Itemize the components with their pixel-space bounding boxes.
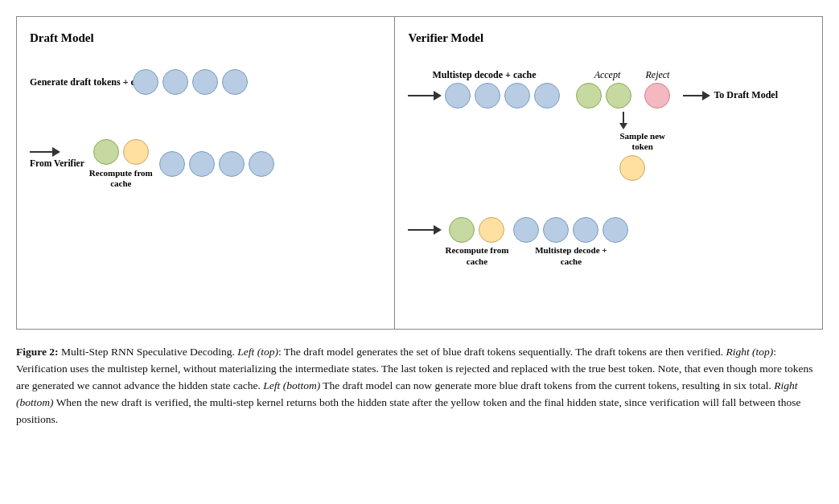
circle-rb-b3	[573, 217, 598, 243]
circle-rb-b1	[513, 217, 539, 243]
caption-text: Multi-Step RNN Speculative Decoding. Lef…	[16, 346, 813, 425]
left-top-label: Generate draft tokens + cache	[30, 76, 126, 88]
extra-blue-circles	[159, 151, 274, 177]
circle-blue-b2	[189, 151, 215, 177]
right-panel-title: Verifier Model	[408, 31, 809, 45]
right-top-main: Multistep decode + cache	[408, 69, 809, 181]
circle-rb-b4	[603, 217, 628, 243]
from-verifier-label: From Verifier	[30, 158, 84, 168]
circle-rt-1	[445, 83, 471, 109]
right-multistep-col: Multistep decode +cache	[513, 217, 628, 266]
accept-circles	[576, 83, 631, 109]
sample-new-token-label: Sample newtoken	[619, 131, 665, 152]
circle-rt-3	[504, 83, 530, 109]
recompute-label: Recompute fromcache	[89, 168, 153, 189]
circle-green-b1	[93, 139, 119, 165]
left-bottom-circles-all: Recompute fromcache	[89, 139, 274, 189]
right-recompute-circles	[449, 217, 504, 243]
circle-reject-1	[644, 83, 670, 109]
accept-reject-labels-row: Accept Reject	[576, 69, 778, 109]
circle-blue-1	[133, 69, 158, 95]
circle-rb-g1	[449, 217, 475, 243]
left-panel: Draft Model Generate draft tokens + cach…	[17, 17, 395, 329]
recompute-col: Recompute fromcache	[89, 139, 153, 189]
circle-blue-b4	[249, 151, 274, 177]
to-draft-arrow	[683, 91, 710, 100]
circle-rb-y1	[479, 217, 504, 243]
circle-accept-2	[606, 83, 631, 109]
circle-yellow-b1	[123, 139, 149, 165]
circle-blue-b1	[159, 151, 185, 177]
accept-label: Accept	[594, 69, 621, 81]
multistep-top-label: Multistep decode + cache	[432, 69, 536, 81]
bottom-arrow-in	[408, 225, 442, 235]
circle-accept-1	[576, 83, 602, 109]
to-draft-label: To Draft Model	[714, 89, 778, 101]
left-top-row: Generate draft tokens + cache	[30, 69, 381, 95]
circle-rb-b2	[543, 217, 569, 243]
left-panel-title: Draft Model	[30, 31, 381, 45]
accept-reject-area: Accept Reject	[576, 69, 778, 181]
right-multistep-label: Multistep decode +cache	[535, 245, 607, 266]
figure-caption: Figure 2: Multi-Step RNN Speculative Dec…	[16, 344, 823, 428]
circle-rt-4	[534, 83, 560, 109]
recompute-circles	[93, 139, 149, 165]
right-multistep-circles	[513, 217, 628, 243]
left-bottom-row: From Verifier Recompute fromcache	[30, 139, 381, 189]
right-panel: Verifier Model Multistep decode + cache	[395, 17, 822, 329]
reject-circles	[644, 83, 670, 109]
diagram-container: Draft Model Generate draft tokens + cach…	[16, 16, 823, 330]
circle-blue-b3	[219, 151, 245, 177]
right-recompute-col: Recompute fromcache	[445, 217, 508, 266]
right-recompute-label: Recompute fromcache	[445, 245, 508, 266]
from-verifier-col: From Verifier	[30, 147, 84, 168]
left-top-circles	[133, 69, 248, 95]
circle-sample	[619, 155, 645, 181]
right-top-circles	[445, 83, 560, 109]
circle-blue-3	[192, 69, 218, 95]
sample-down-arrow	[619, 112, 627, 129]
circle-blue-4	[222, 69, 248, 95]
circle-rt-2	[475, 83, 500, 109]
figure-number: Figure 2:	[16, 346, 59, 358]
circle-blue-2	[162, 69, 188, 95]
reject-label: Reject	[645, 69, 669, 81]
top-arrow-in	[408, 91, 442, 100]
right-bottom-main: Recompute fromcache Multistep decode +ca…	[408, 217, 809, 266]
